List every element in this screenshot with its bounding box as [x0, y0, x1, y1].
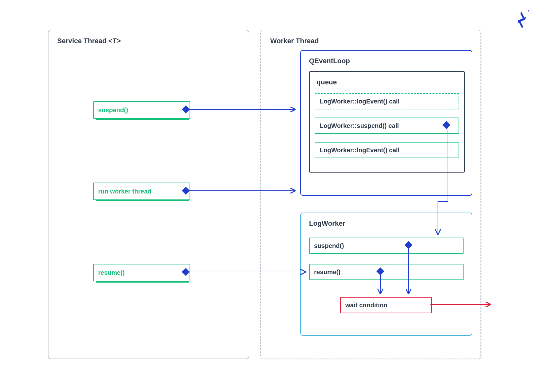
svg-marker-0 — [517, 11, 527, 25]
service-action-label: suspend() — [98, 107, 128, 114]
logworker-title: LogWorker — [309, 219, 345, 228]
queue-item-label: LogWorker::suspend() call — [320, 122, 399, 129]
logworker-method-label: suspend() — [314, 242, 344, 249]
service-resume-box: resume() — [93, 264, 190, 281]
toptal-logo: TM — [514, 9, 529, 31]
wait-condition-label: wait condition — [345, 302, 387, 309]
logworker-resume-box: resume() — [309, 264, 464, 280]
svg-text:TM: TM — [528, 10, 529, 12]
logworker-method-label: resume() — [314, 269, 340, 276]
queue-label: queue — [317, 78, 337, 86]
service-run-box: run worker thread — [93, 183, 190, 200]
logworker-suspend-box: suspend() — [309, 238, 464, 254]
service-action-label: run worker thread — [98, 188, 151, 195]
worker-thread-title: Worker Thread — [270, 37, 319, 45]
svg-marker-1 — [516, 15, 526, 29]
service-suspend-box: suspend() — [93, 101, 190, 119]
queue-item-label: LogWorker::logEvent() call — [320, 98, 399, 105]
queue-item-suspend: LogWorker::suspend() call — [315, 118, 459, 134]
service-action-label: resume() — [98, 269, 124, 276]
diagram-stage: TM Service Thread <T> Worker Thread QEve… — [0, 0, 538, 392]
wait-condition-box: wait condition — [340, 297, 432, 313]
queue-item-label: LogWorker::logEvent() call — [320, 147, 399, 154]
queue-item-logevent-1: LogWorker::logEvent() call — [315, 93, 459, 109]
service-thread-title: Service Thread <T> — [57, 37, 121, 45]
queue-item-logevent-2: LogWorker::logEvent() call — [315, 142, 459, 158]
qeventloop-title: QEventLoop — [309, 57, 350, 65]
